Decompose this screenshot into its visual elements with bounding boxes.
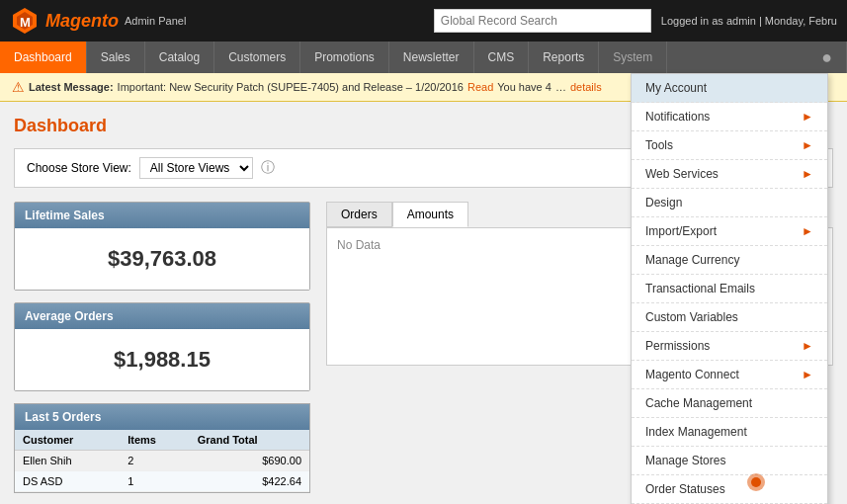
dropdown-label: Cache Management: [645, 396, 752, 410]
dropdown-item-currency[interactable]: Manage Currency: [632, 246, 827, 275]
nav-system[interactable]: System: [599, 42, 667, 73]
search-input[interactable]: [434, 9, 651, 33]
dropdown-item-webservices[interactable]: Web Services ►: [632, 160, 827, 189]
dropdown-label: Tools: [645, 138, 673, 152]
cell-items: 2: [120, 451, 190, 471]
dropdown-label: Magento Connect: [645, 368, 739, 381]
store-help-icon[interactable]: ⓘ: [261, 159, 275, 177]
col-grand-total: Grand Total: [190, 430, 309, 451]
table-row: Ellen Shih 2 $690.00: [15, 451, 309, 471]
nav-customers[interactable]: Customers: [214, 42, 300, 73]
dropdown-item-tools[interactable]: Tools ►: [632, 131, 827, 160]
logo-brand: Magento: [45, 11, 119, 32]
dropdown-label: Transactional Emails: [645, 282, 755, 295]
nav-extra: ●: [807, 42, 847, 73]
dropdown-label: My Account: [645, 81, 707, 95]
dropdown-label: Index Management: [645, 425, 747, 439]
alert-message: Important: New Security Patch (SUPEE-740…: [118, 81, 464, 93]
alert-icon: ⚠: [12, 79, 25, 95]
dropdown-label: Import/Export: [645, 224, 717, 238]
table-row: DS ASD 1 $422.64: [15, 471, 309, 492]
average-orders-header: Average Orders: [15, 303, 309, 329]
last5-table: Customer Items Grand Total Ellen Shih 2 …: [15, 430, 309, 492]
dropdown-arrow-icon: ►: [802, 368, 813, 381]
col-items: Items: [120, 430, 190, 451]
lifetime-sales-value: $39,763.08: [25, 238, 299, 280]
dropdown-item-transactional[interactable]: Transactional Emails: [632, 275, 827, 303]
dropdown-label: Order Statuses: [645, 482, 725, 496]
alert-suffix: You have 4: [497, 81, 551, 93]
dropdown-item-stores[interactable]: Manage Stores: [632, 447, 827, 475]
nav-newsletter[interactable]: Newsletter: [389, 42, 474, 73]
cell-items: 1: [120, 471, 190, 492]
dropdown-item-order-statuses[interactable]: Order Statuses: [632, 475, 827, 504]
nav-promotions[interactable]: Promotions: [300, 42, 389, 73]
header: M Magento Admin Panel Logged in as admin…: [0, 0, 847, 42]
dropdown-label: Custom Variables: [645, 310, 738, 324]
nav-cms[interactable]: CMS: [474, 42, 530, 73]
lifetime-sales-header: Lifetime Sales: [15, 203, 309, 228]
dropdown-arrow-icon: ►: [802, 138, 813, 152]
cell-total: $690.00: [190, 451, 309, 471]
left-widgets: Lifetime Sales $39,763.08 Average Orders…: [14, 202, 310, 493]
average-orders-body: $1,988.15: [15, 329, 309, 390]
dropdown-arrow-icon: ►: [802, 339, 813, 353]
tab-orders[interactable]: Orders: [326, 202, 392, 227]
dropdown-label: Notifications: [645, 110, 710, 124]
average-orders-value: $1,988.15: [25, 339, 299, 380]
dropdown-item-myaccount[interactable]: My Account: [632, 74, 827, 103]
average-orders-widget: Average Orders $1,988.15: [14, 302, 310, 391]
cell-customer: DS ASD: [15, 471, 120, 492]
logo-subtitle: Admin Panel: [125, 15, 186, 27]
logo-area: M Magento Admin Panel: [10, 6, 186, 36]
tab-amounts[interactable]: Amounts: [392, 202, 468, 227]
dropdown-item-notifications[interactable]: Notifications ►: [632, 103, 827, 131]
dropdown-item-permissions[interactable]: Permissions ►: [632, 332, 827, 361]
cell-total: $422.64: [190, 471, 309, 492]
dropdown-item-importexport[interactable]: Import/Export ►: [632, 217, 827, 246]
svg-text:M: M: [20, 15, 31, 30]
alert-more: …: [555, 81, 566, 93]
no-data-text: No Data: [337, 238, 381, 252]
last5-table-head-row: Customer Items Grand Total: [15, 430, 309, 451]
dropdown-label: Web Services: [645, 167, 719, 181]
dropdown-arrow-icon: ►: [802, 167, 813, 181]
col-customer: Customer: [15, 430, 120, 451]
nav-bar: Dashboard Sales Catalog Customers Promot…: [0, 42, 847, 73]
user-info: Logged in as admin | Monday, Febru: [661, 15, 837, 27]
dropdown-arrow-icon: ►: [802, 110, 813, 124]
nav-catalog[interactable]: Catalog: [145, 42, 214, 73]
last5-widget: Last 5 Orders Customer Items Grand Total: [14, 403, 310, 493]
dropdown-item-index[interactable]: Index Management: [632, 418, 827, 447]
magento-logo-icon: M: [10, 6, 40, 36]
dropdown-item-cache[interactable]: Cache Management: [632, 389, 827, 418]
dropdown-item-design[interactable]: Design: [632, 189, 827, 217]
dropdown-item-magento-connect[interactable]: Magento Connect ►: [632, 361, 827, 389]
dropdown-label: Permissions: [645, 339, 710, 353]
lifetime-sales-widget: Lifetime Sales $39,763.08: [14, 202, 310, 291]
nav-dashboard[interactable]: Dashboard: [0, 42, 87, 73]
dropdown-label: Manage Stores: [645, 454, 725, 467]
system-dropdown: My Account Notifications ► Tools ► Web S…: [631, 73, 828, 504]
nav-sales[interactable]: Sales: [87, 42, 145, 73]
alert-read-link[interactable]: Read: [467, 81, 493, 93]
alert-details-link[interactable]: details: [570, 81, 602, 93]
lifetime-sales-body: $39,763.08: [15, 228, 309, 290]
dropdown-item-variables[interactable]: Custom Variables: [632, 303, 827, 332]
store-view-select[interactable]: All Store Views: [139, 157, 253, 179]
last5-header: Last 5 Orders: [15, 404, 309, 430]
store-view-label: Choose Store View:: [27, 161, 131, 175]
last5-table-body: Ellen Shih 2 $690.00 DS ASD 1 $422.64: [15, 451, 309, 492]
nav-reports[interactable]: Reports: [529, 42, 599, 73]
cell-customer: Ellen Shih: [15, 451, 120, 471]
dropdown-label: Manage Currency: [645, 253, 739, 267]
alert-label: Latest Message:: [29, 81, 114, 93]
dropdown-arrow-icon: ►: [802, 224, 813, 238]
dropdown-label: Design: [645, 196, 682, 210]
